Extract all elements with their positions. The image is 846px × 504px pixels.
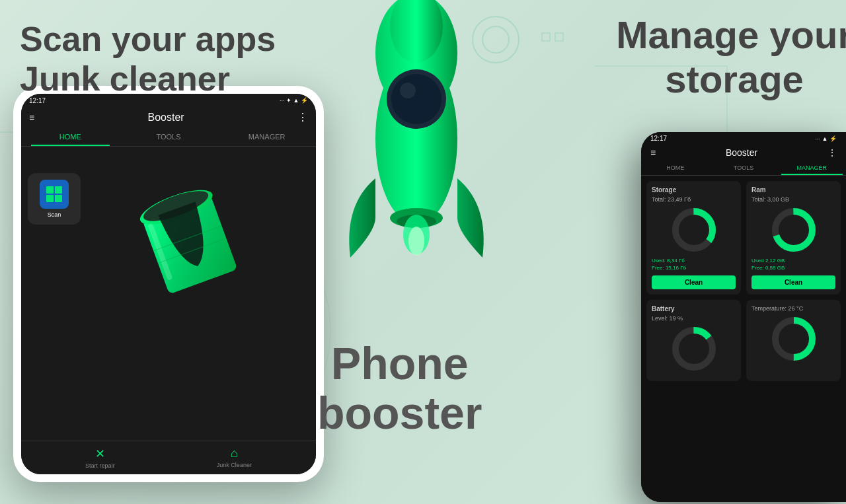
storage-free: Free: 15,16 Гб [652, 264, 736, 271]
junk-cleaner-label: Junk Cleaner [217, 462, 252, 468]
vacuum-icon: ⌂ [231, 447, 238, 460]
storage-total: Total: 23,49 Гб [652, 196, 736, 203]
right-phone-header: ≡ Booster ⋮ [641, 145, 846, 161]
ram-used: Used 2,12 GB [751, 257, 835, 264]
svg-point-24 [408, 227, 424, 256]
scan-app-label: Scan [48, 211, 61, 218]
left-phone-more-icon[interactable]: ⋮ [297, 111, 308, 124]
storage-donut-container [652, 207, 736, 253]
temperature-card: Temperature: 26 °C [746, 300, 841, 381]
right-phone-status-icons: ··· ▲ ⚡ [816, 135, 837, 142]
left-phone-tab-manager[interactable]: MANAGER [217, 127, 316, 146]
ram-donut-chart [771, 207, 817, 253]
right-heading-line2: storage [616, 57, 846, 102]
left-heading-line2: Junk cleaner [20, 59, 276, 99]
right-phone-mockup: 12:17 ··· ▲ ⚡ ≡ Booster ⋮ HOME TOOLS MAN… [641, 132, 846, 502]
left-phone-bottom-bar: ✕ Start repair ⌂ Junk Cleaner [21, 441, 316, 474]
svg-point-20 [400, 83, 416, 98]
center-heading-line2: booster [317, 388, 482, 438]
ram-clean-button[interactable]: Clean [751, 275, 835, 289]
scan-app-icon-box [40, 180, 69, 209]
right-phone-title: Booster [726, 147, 757, 158]
left-phone-menu-icon[interactable]: ≡ [29, 112, 34, 123]
center-heading-line1: Phone [317, 339, 482, 388]
right-phone-menu-icon[interactable]: ≡ [650, 147, 656, 158]
right-heading-line1: Manage your [616, 13, 846, 57]
battery-section: Battery Level: 19 % Temperature: 26 °C [646, 300, 841, 381]
right-phone-content: Storage Total: 23,49 Гб Used: 8,34 Гб Fr… [641, 176, 846, 502]
left-phone-tab-home[interactable]: HOME [21, 127, 120, 146]
storage-card: Storage Total: 23,49 Гб Used: 8,34 Гб Fr… [646, 181, 741, 295]
temp-donut-container [751, 316, 835, 362]
trash-can-illustration [110, 153, 256, 299]
left-phone-title: Booster [148, 112, 184, 124]
battery-donut-container [652, 326, 736, 372]
battery-level: Level: 19 % [652, 315, 736, 322]
ram-free: Free: 0,88 GB [751, 264, 835, 271]
wrench-icon: ✕ [95, 447, 105, 461]
center-heading: Phone booster [317, 339, 482, 438]
left-phone-tabs: HOME TOOLS MANAGER [21, 127, 316, 147]
right-phone-tabs: HOME TOOLS MANAGER [641, 161, 846, 176]
main-content: Scan your apps Junk cleaner Manage your … [0, 0, 846, 504]
storage-clean-button[interactable]: Clean [652, 275, 736, 289]
battery-title: Battery [652, 305, 736, 312]
battery-level-card: Battery Level: 19 % [646, 300, 741, 381]
storage-donut-chart [671, 207, 717, 253]
left-phone-header: ≡ Booster ⋮ [21, 107, 316, 127]
left-phone-content: Scan [21, 147, 316, 441]
right-heading: Manage your storage [616, 13, 846, 101]
battery-donut-chart [671, 326, 717, 372]
svg-point-19 [391, 74, 442, 124]
junk-cleaner-item[interactable]: ⌂ Junk Cleaner [217, 447, 252, 469]
ram-card: Ram Total: 3,00 GB Used 2,12 GB Free: 0,… [746, 181, 841, 295]
storage-ram-section: Storage Total: 23,49 Гб Used: 8,34 Гб Fr… [646, 181, 841, 295]
right-phone-status-bar: 12:17 ··· ▲ ⚡ [641, 132, 846, 145]
scan-app-card[interactable]: Scan [28, 173, 81, 225]
right-tab-home[interactable]: HOME [641, 161, 709, 175]
windows-logo-icon [46, 186, 62, 202]
right-tab-tools[interactable]: TOOLS [709, 161, 777, 175]
start-repair-label: Start repair [85, 462, 115, 469]
ram-donut-container [751, 207, 835, 253]
start-repair-item[interactable]: ✕ Start repair [85, 447, 115, 469]
left-phone-tab-tools[interactable]: TOOLS [120, 127, 218, 146]
left-phone-status-icons: ··· ✦ ▲ ⚡ [280, 97, 308, 104]
temp-donut-chart [771, 316, 817, 362]
storage-info: Used: 8,34 Гб Free: 15,16 Гб [652, 257, 736, 271]
left-heading: Scan your apps Junk cleaner [20, 20, 276, 99]
storage-used: Used: 8,34 Гб [652, 257, 736, 264]
right-phone-time: 12:17 [650, 135, 667, 142]
left-phone-mockup: 12:17 ··· ✦ ▲ ⚡ ≡ Booster ⋮ HOME TOOLS M… [13, 86, 324, 482]
right-phone-more-icon[interactable]: ⋮ [827, 147, 837, 158]
ram-total: Total: 3,00 GB [751, 196, 835, 203]
left-heading-line1: Scan your apps [20, 20, 276, 59]
battery-temperature: Temperature: 26 °C [751, 305, 835, 312]
ram-title: Ram [751, 186, 835, 194]
ram-info: Used 2,12 GB Free: 0,88 GB [751, 257, 835, 271]
storage-title: Storage [652, 186, 736, 194]
right-tab-manager[interactable]: MANAGER [778, 161, 846, 175]
rocket-illustration [324, 0, 509, 284]
